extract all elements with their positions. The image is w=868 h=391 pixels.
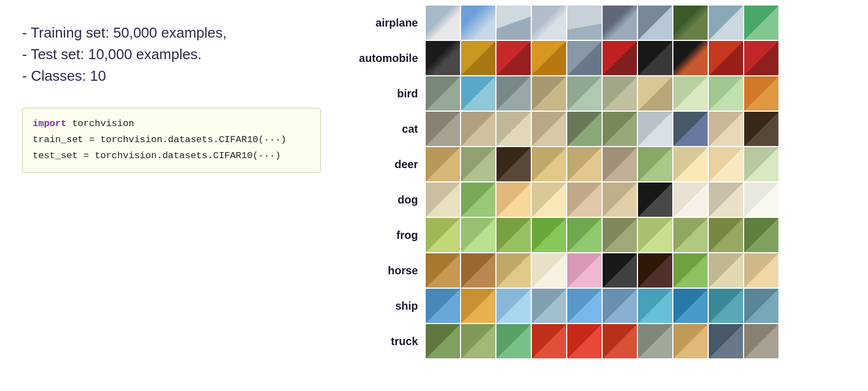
list-item bbox=[532, 76, 566, 111]
stats-list: - Training set: 50,000 examples, - Test … bbox=[22, 22, 321, 87]
list-item bbox=[496, 218, 531, 252]
list-item bbox=[744, 41, 778, 75]
list-item bbox=[461, 147, 495, 181]
list-item bbox=[567, 253, 602, 288]
list-item bbox=[603, 253, 637, 288]
list-item bbox=[673, 112, 708, 146]
list-item bbox=[496, 76, 531, 111]
list-item bbox=[673, 183, 708, 217]
list-item bbox=[709, 183, 743, 217]
list-item bbox=[603, 76, 637, 111]
code-line-3: test_set = torchvision.datasets.CIFAR10(… bbox=[33, 148, 310, 164]
class-label-frog: frog bbox=[354, 229, 426, 242]
list-item bbox=[673, 147, 708, 181]
stat-training: - Training set: 50,000 examples, bbox=[22, 22, 321, 44]
list-item bbox=[744, 147, 778, 181]
list-item bbox=[461, 183, 495, 217]
list-item bbox=[673, 253, 708, 288]
list-item bbox=[426, 6, 460, 40]
list-item bbox=[426, 218, 460, 252]
list-item bbox=[461, 324, 495, 358]
list-item bbox=[673, 289, 708, 323]
list-item bbox=[744, 183, 778, 217]
list-item bbox=[496, 6, 531, 40]
list-item bbox=[567, 112, 602, 146]
list-item bbox=[461, 289, 495, 323]
list-item bbox=[461, 218, 495, 252]
list-item bbox=[638, 112, 672, 146]
list-item bbox=[638, 76, 672, 111]
list-item bbox=[426, 253, 460, 288]
code-torchvision: torchvision bbox=[66, 118, 134, 129]
list-item bbox=[673, 6, 708, 40]
right-panel: airplane automobile bbox=[343, 0, 868, 365]
list-item bbox=[673, 41, 708, 75]
list-item bbox=[709, 289, 743, 323]
code-line-1: import torchvision bbox=[33, 116, 310, 132]
images-ship bbox=[426, 289, 778, 323]
list-item bbox=[744, 76, 778, 111]
list-item bbox=[461, 112, 495, 146]
list-item bbox=[709, 253, 743, 288]
list-item bbox=[638, 218, 672, 252]
class-label-airplane: airplane bbox=[354, 17, 426, 29]
list-item bbox=[744, 324, 778, 358]
list-item bbox=[532, 289, 566, 323]
list-item bbox=[638, 289, 672, 323]
list-item bbox=[603, 6, 637, 40]
list-item bbox=[567, 289, 602, 323]
list-item bbox=[426, 324, 460, 358]
list-item bbox=[709, 41, 743, 75]
left-panel: - Training set: 50,000 examples, - Test … bbox=[0, 0, 343, 184]
images-frog bbox=[426, 218, 778, 252]
list-item bbox=[744, 289, 778, 323]
list-item bbox=[603, 41, 637, 75]
class-row-dog: dog bbox=[354, 183, 862, 217]
list-item bbox=[709, 112, 743, 146]
class-row-frog: frog bbox=[354, 218, 862, 252]
list-item bbox=[744, 253, 778, 288]
images-automobile bbox=[426, 41, 778, 75]
list-item bbox=[638, 183, 672, 217]
code-keyword-import: import bbox=[33, 118, 66, 129]
list-item bbox=[709, 76, 743, 111]
list-item bbox=[532, 218, 566, 252]
list-item bbox=[567, 41, 602, 75]
list-item bbox=[709, 147, 743, 181]
list-item bbox=[603, 183, 637, 217]
stat-test: - Test set: 10,000 examples. bbox=[22, 44, 321, 65]
class-label-cat: cat bbox=[354, 123, 426, 135]
images-airplane bbox=[426, 6, 778, 40]
list-item bbox=[638, 41, 672, 75]
list-item bbox=[496, 147, 531, 181]
list-item bbox=[496, 112, 531, 146]
class-row-deer: deer bbox=[354, 147, 862, 181]
list-item bbox=[532, 112, 566, 146]
class-label-bird: bird bbox=[354, 87, 426, 100]
list-item bbox=[603, 289, 637, 323]
list-item bbox=[567, 183, 602, 217]
class-row-truck: truck bbox=[354, 324, 862, 358]
class-label-automobile: automobile bbox=[354, 52, 426, 65]
list-item bbox=[426, 41, 460, 75]
list-item bbox=[461, 76, 495, 111]
list-item bbox=[744, 6, 778, 40]
stat-classes: - Classes: 10 bbox=[22, 65, 321, 87]
class-label-ship: ship bbox=[354, 300, 426, 312]
list-item bbox=[532, 41, 566, 75]
class-row-bird: bird bbox=[354, 76, 862, 111]
list-item bbox=[709, 324, 743, 358]
images-deer bbox=[426, 147, 778, 181]
list-item bbox=[426, 76, 460, 111]
list-item bbox=[567, 147, 602, 181]
images-cat bbox=[426, 112, 778, 146]
list-item bbox=[709, 6, 743, 40]
list-item bbox=[496, 324, 531, 358]
list-item bbox=[461, 41, 495, 75]
list-item bbox=[638, 6, 672, 40]
list-item bbox=[426, 112, 460, 146]
list-item bbox=[638, 324, 672, 358]
class-row-cat: cat bbox=[354, 112, 862, 146]
list-item bbox=[709, 218, 743, 252]
list-item bbox=[496, 289, 531, 323]
